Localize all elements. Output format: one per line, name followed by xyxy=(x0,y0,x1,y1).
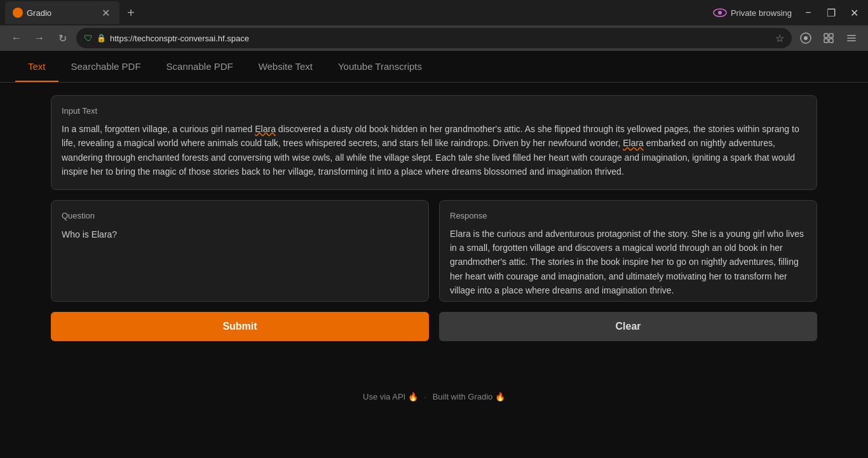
input-text-content[interactable]: In a small, forgotten village, a curious… xyxy=(62,122,806,179)
lock-icon: 🔒 xyxy=(97,34,106,43)
tab-title: Gradio xyxy=(27,8,95,18)
qa-row: Question Response Elara is the curious a… xyxy=(51,200,817,312)
tab-scannable-pdf[interactable]: Scannable PDF xyxy=(154,51,246,82)
submit-button[interactable]: Submit xyxy=(51,312,429,341)
private-browsing-icon xyxy=(713,8,727,17)
svg-rect-5 xyxy=(829,34,833,37)
question-input[interactable] xyxy=(62,227,418,242)
tab-bar-right: Private browsing − ❐ ✕ xyxy=(713,4,863,22)
new-tab-button[interactable]: + xyxy=(122,4,140,22)
footer-separator: · xyxy=(424,392,426,401)
minimize-button[interactable]: − xyxy=(799,4,817,22)
page-content: Text Searchable PDF Scannable PDF Websit… xyxy=(0,51,868,458)
app-tabs: Text Searchable PDF Scannable PDF Websit… xyxy=(0,51,868,83)
name-highlight-elara-2: Elara xyxy=(623,138,644,148)
response-label: Response xyxy=(450,211,806,220)
response-panel: Response Elara is the curious and advent… xyxy=(439,200,817,302)
svg-point-3 xyxy=(804,36,808,40)
private-browsing-indicator: Private browsing xyxy=(713,8,792,18)
gradio-icon: 🔥 xyxy=(495,392,505,401)
response-column: Response Elara is the curious and advent… xyxy=(439,200,817,312)
address-bar-right-icons xyxy=(797,29,860,47)
built-with-gradio: Built with Gradio 🔥 xyxy=(433,392,505,401)
main-content: Input Text In a small, forgotten village… xyxy=(0,83,868,427)
firefox-sync-icon[interactable] xyxy=(797,29,815,47)
clear-button[interactable]: Clear xyxy=(439,312,817,341)
address-text: https://techconsptr-conversai.hf.space xyxy=(110,34,771,43)
svg-point-1 xyxy=(718,11,722,15)
api-icon: 🔥 xyxy=(408,392,418,401)
menu-button[interactable] xyxy=(843,29,860,47)
tab-website-text[interactable]: Website Text xyxy=(246,51,325,82)
svg-rect-6 xyxy=(824,39,828,43)
svg-rect-8 xyxy=(847,35,856,36)
browser-chrome: Gradio ✕ + Private browsing − ❐ ✕ ← → ↻ xyxy=(0,0,868,51)
response-text: Elara is the curious and adventurous pro… xyxy=(450,227,806,298)
tab-youtube-transcripts[interactable]: Youtube Transcripts xyxy=(325,51,435,82)
extensions-icon[interactable] xyxy=(820,29,837,47)
question-panel: Question xyxy=(51,200,429,302)
address-bar: ← → ↻ 🛡 🔒 https://techconsptr-conversai.… xyxy=(0,25,868,51)
svg-rect-9 xyxy=(847,37,856,39)
question-label: Question xyxy=(62,211,418,220)
input-text-label: Input Text xyxy=(62,106,806,116)
svg-rect-4 xyxy=(824,34,828,37)
tab-searchable-pdf[interactable]: Searchable PDF xyxy=(58,51,154,82)
private-browsing-label: Private browsing xyxy=(731,8,792,18)
svg-rect-10 xyxy=(847,41,856,42)
window-controls: − ❐ ✕ xyxy=(799,4,863,22)
tab-text[interactable]: Text xyxy=(15,51,58,82)
address-field[interactable]: 🛡 🔒 https://techconsptr-conversai.hf.spa… xyxy=(76,28,792,48)
tab-favicon-icon xyxy=(13,8,23,18)
tab-close-button[interactable]: ✕ xyxy=(99,6,112,19)
use-via-api-link[interactable]: Use via API 🔥 xyxy=(363,392,420,401)
input-text-panel: Input Text In a small, forgotten village… xyxy=(51,95,817,190)
name-highlight-elara: Elara xyxy=(255,124,276,134)
bookmark-icon[interactable]: ☆ xyxy=(775,32,784,44)
question-column: Question xyxy=(51,200,429,312)
shield-icon: 🛡 xyxy=(84,33,93,43)
active-tab[interactable]: Gradio ✕ xyxy=(5,1,119,24)
button-row: Submit Clear xyxy=(51,312,817,341)
footer: Use via API 🔥 · Built with Gradio 🔥 xyxy=(51,379,817,414)
svg-rect-7 xyxy=(829,39,833,43)
maximize-button[interactable]: ❐ xyxy=(822,4,840,22)
refresh-button[interactable]: ↻ xyxy=(53,29,71,47)
forward-button[interactable]: → xyxy=(31,29,48,47)
tab-bar: Gradio ✕ + Private browsing − ❐ ✕ xyxy=(0,0,868,25)
back-button[interactable]: ← xyxy=(8,29,25,47)
close-button[interactable]: ✕ xyxy=(845,4,863,22)
